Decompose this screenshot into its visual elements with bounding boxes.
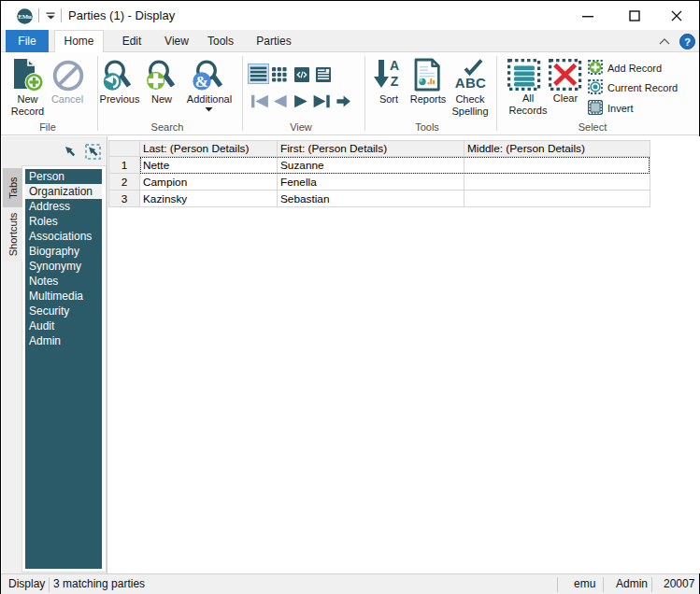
svg-text:?: ?: [684, 36, 691, 48]
svg-text:A: A: [390, 58, 399, 73]
svg-text:ABC: ABC: [455, 75, 486, 91]
svg-text:EMu: EMu: [18, 13, 32, 20]
svg-text:Z: Z: [391, 74, 399, 89]
svg-text:&: &: [195, 73, 208, 91]
